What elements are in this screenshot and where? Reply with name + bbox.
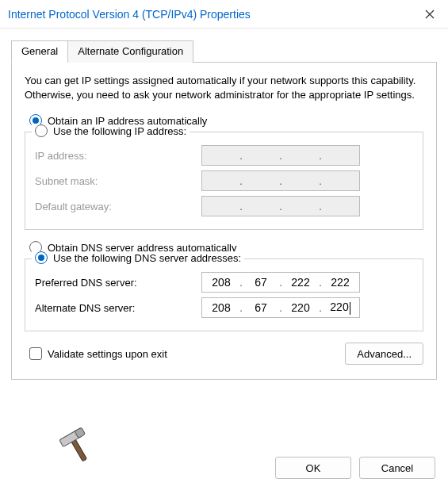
subnet-mask-label: Subnet mask: — [35, 175, 201, 187]
window-title: Internet Protocol Version 4 (TCP/IPv4) P… — [8, 8, 412, 21]
ok-button[interactable]: OK — [275, 457, 351, 479]
tab-strip: General Alternate Configuration — [11, 40, 437, 63]
preferred-dns-label: Preferred DNS server: — [35, 277, 201, 289]
default-gateway-label: Default gateway: — [35, 201, 201, 212]
cancel-button[interactable]: Cancel — [359, 457, 435, 479]
preferred-dns-input[interactable]: 208. 67. 222. 222 — [201, 272, 360, 293]
tab-alternate-configuration[interactable]: Alternate Configuration — [67, 40, 193, 63]
default-gateway-input: ... — [201, 196, 360, 216]
validate-settings-option[interactable]: Validate settings upon exit — [29, 347, 167, 360]
tab-general[interactable]: General — [11, 40, 68, 63]
alternate-dns-label: Alternate DNS server: — [35, 302, 201, 314]
checkbox-icon — [29, 347, 42, 360]
text-caret — [350, 302, 350, 315]
ip-address-input: ... — [201, 145, 360, 166]
ip-manual-label: Use the following IP address: — [53, 125, 186, 137]
advanced-button[interactable]: Advanced... — [345, 343, 423, 365]
dns-manual-group: Use the following DNS server addresses: … — [25, 258, 423, 331]
dns-manual-label: Use the following DNS server addresses: — [53, 252, 241, 264]
hammer-cursor-icon — [56, 427, 100, 474]
ip-manual-radio[interactable] — [35, 124, 48, 137]
close-icon — [425, 10, 435, 19]
ip-address-label: IP address: — [35, 150, 201, 162]
description-text: You can get IP settings assigned automat… — [25, 74, 423, 101]
dns-manual-radio[interactable] — [35, 251, 48, 264]
close-button[interactable] — [412, 0, 448, 29]
ip-manual-group: Use the following IP address: IP address… — [25, 132, 423, 230]
alternate-dns-input[interactable]: 208. 67. 220. 220 — [201, 297, 360, 318]
general-panel: You can get IP settings assigned automat… — [11, 62, 437, 380]
subnet-mask-input: ... — [201, 170, 360, 191]
validate-settings-label: Validate settings upon exit — [48, 348, 167, 360]
titlebar: Internet Protocol Version 4 (TCP/IPv4) P… — [0, 0, 448, 29]
